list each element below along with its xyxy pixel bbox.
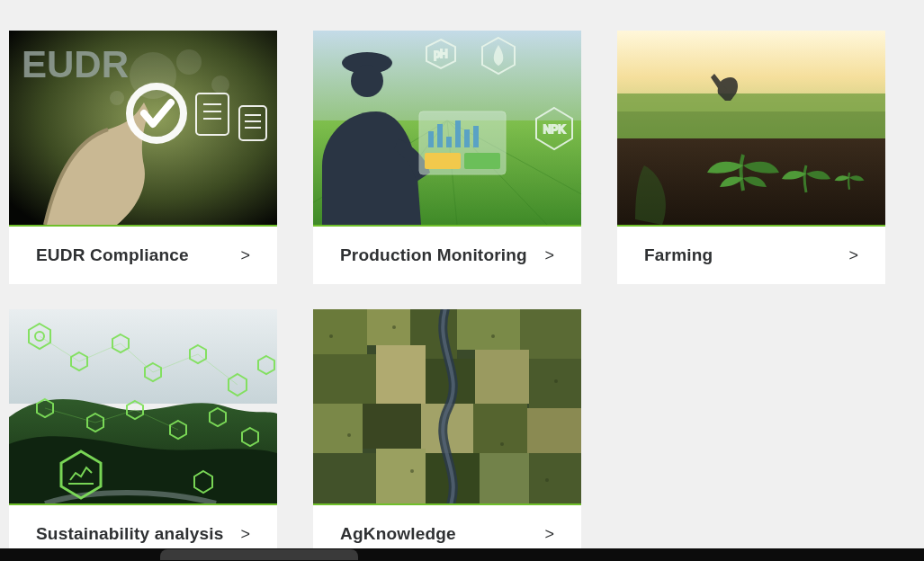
svg-rect-25 xyxy=(428,131,434,147)
svg-point-3 xyxy=(211,76,229,94)
tablet-illustration xyxy=(419,111,506,174)
svg-point-94 xyxy=(347,433,351,437)
svg-rect-27 xyxy=(446,137,452,147)
svg-rect-29 xyxy=(464,129,470,147)
card-label-bar: EUDR Compliance > xyxy=(9,227,277,284)
svg-rect-86 xyxy=(376,449,426,503)
thumbnail-illustration xyxy=(617,31,885,225)
card-grid: EUDR xyxy=(9,31,915,561)
svg-rect-73 xyxy=(457,309,520,350)
svg-rect-28 xyxy=(455,120,461,147)
card-thumbnail xyxy=(617,31,885,227)
card-title: Production Monitoring xyxy=(340,245,527,265)
svg-point-2 xyxy=(176,49,202,75)
svg-rect-26 xyxy=(437,124,443,147)
thumbnail-illustration xyxy=(9,309,277,503)
svg-rect-31 xyxy=(425,153,461,169)
chevron-right-icon: > xyxy=(848,246,858,265)
card-title: AgKnowledge xyxy=(340,524,456,544)
card-title: Sustainability analysis xyxy=(36,524,223,544)
card-production-monitoring[interactable]: pH NPK Production Monitoring xyxy=(313,31,581,284)
thumbnail-illustration: EUDR xyxy=(9,31,277,225)
card-thumbnail: pH NPK xyxy=(313,31,581,227)
card-title: Farming xyxy=(644,245,713,265)
card-farming[interactable]: Farming > xyxy=(617,31,885,284)
svg-rect-80 xyxy=(313,404,363,453)
svg-rect-43 xyxy=(9,309,277,404)
svg-point-97 xyxy=(545,478,549,482)
svg-rect-81 xyxy=(363,404,421,449)
card-sustainability-analysis[interactable]: Sustainability analysis > xyxy=(9,309,277,561)
svg-rect-41 xyxy=(723,94,732,99)
svg-point-90 xyxy=(329,334,333,338)
svg-rect-22 xyxy=(347,58,387,63)
svg-point-91 xyxy=(392,325,396,329)
svg-rect-76 xyxy=(376,345,426,404)
taskbar-edge xyxy=(0,548,924,561)
svg-point-4 xyxy=(110,91,124,105)
svg-point-92 xyxy=(491,334,495,338)
taskbar-pill xyxy=(160,549,358,560)
card-thumbnail xyxy=(9,309,277,505)
svg-rect-83 xyxy=(473,404,527,453)
svg-rect-32 xyxy=(464,153,500,169)
svg-rect-71 xyxy=(367,309,410,345)
svg-text:pH: pH xyxy=(434,48,447,60)
chevron-right-icon: > xyxy=(240,246,250,265)
svg-rect-78 xyxy=(475,350,529,404)
card-label-bar: Farming > xyxy=(617,227,885,284)
card-title: EUDR Compliance xyxy=(36,245,189,265)
svg-rect-88 xyxy=(480,453,529,503)
svg-rect-79 xyxy=(529,359,581,408)
card-thumbnail xyxy=(313,309,581,505)
svg-text:NPK: NPK xyxy=(543,123,566,136)
svg-rect-84 xyxy=(527,408,581,453)
svg-rect-30 xyxy=(473,126,479,147)
svg-rect-89 xyxy=(529,453,581,503)
eudr-overlay-text: EUDR xyxy=(22,43,129,85)
card-label-bar: Production Monitoring > xyxy=(313,227,581,284)
svg-point-23 xyxy=(351,65,383,97)
card-agknowledge[interactable]: AgKnowledge > xyxy=(313,309,581,561)
svg-rect-74 xyxy=(520,309,581,359)
card-thumbnail: EUDR xyxy=(9,31,277,227)
thumbnail-illustration xyxy=(313,309,581,503)
svg-point-96 xyxy=(500,442,504,446)
chevron-right-icon: > xyxy=(544,525,554,544)
card-eudr-compliance[interactable]: EUDR xyxy=(9,31,277,284)
chevron-right-icon: > xyxy=(240,525,250,544)
chevron-right-icon: > xyxy=(544,246,554,265)
svg-point-95 xyxy=(410,469,414,473)
svg-rect-70 xyxy=(313,309,367,354)
svg-rect-85 xyxy=(313,453,376,503)
svg-point-93 xyxy=(554,379,558,383)
svg-rect-40 xyxy=(617,111,885,138)
thumbnail-illustration: pH NPK xyxy=(313,31,581,225)
svg-rect-75 xyxy=(313,354,376,404)
